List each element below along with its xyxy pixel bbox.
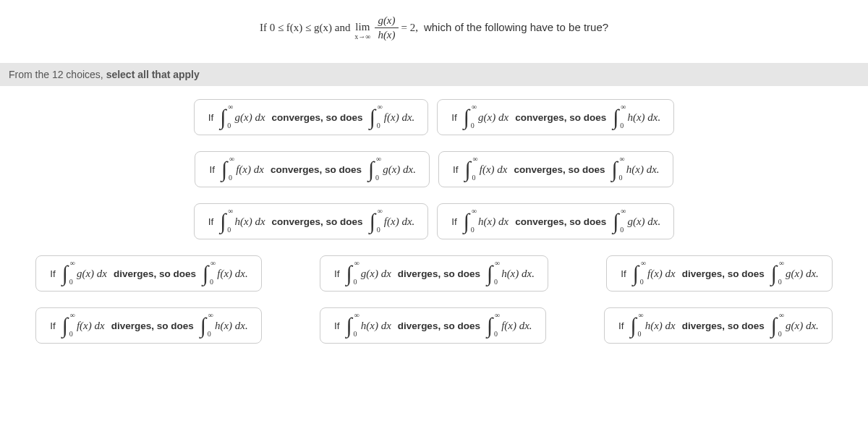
- integral-g: ∫∞0 g(x) dx.: [771, 265, 819, 282]
- integral-f: ∫∞0 f(x) dx.: [370, 109, 415, 126]
- integral-f: ∫∞0 f(x) dx: [62, 317, 105, 334]
- integral-g: ∫∞0 g(x) dx: [220, 109, 265, 126]
- integral-g: ∫∞0 g(x) dx: [62, 265, 107, 282]
- integral-g: ∫∞0 g(x) dx: [346, 265, 391, 282]
- lim-expr: lim x→∞: [354, 22, 370, 41]
- integral-f: ∫∞0 f(x) dx.: [370, 213, 415, 230]
- integral-g: ∫∞0 g(x) dx.: [368, 161, 416, 178]
- integral-h: ∫∞0 h(x) dx: [630, 317, 675, 334]
- row-4: If ∫∞0 g(x) dx diverges, so does ∫∞0 f(x…: [6, 255, 862, 292]
- question-suffix: which of the following have to be true?: [424, 21, 608, 33]
- integral-g: ∫∞0 g(x) dx.: [613, 213, 660, 230]
- integral-h: ∫∞0 h(x) dx.: [200, 317, 248, 334]
- choice-h-conv-g[interactable]: If ∫∞0 h(x) dx converges, so does ∫∞0 g(…: [437, 203, 674, 239]
- integral-f: ∫∞0 f(x) dx.: [487, 317, 532, 334]
- choice-h-div-g[interactable]: If ∫∞0 h(x) dx diverges, so does ∫∞0 g(x…: [604, 307, 833, 344]
- choice-g-conv-h[interactable]: If ∫∞0 g(x) dx converges, so does ∫∞0 h(…: [437, 99, 674, 135]
- integral-f: ∫∞0 f(x) dx: [633, 265, 676, 282]
- fraction: g(x) h(x): [375, 14, 398, 41]
- row-5: If ∫∞0 f(x) dx diverges, so does ∫∞0 h(x…: [6, 307, 862, 344]
- instruction-bar: From the 12 choices, select all that app…: [0, 63, 868, 86]
- row-3: If ∫∞0 h(x) dx converges, so does ∫∞0 f(…: [6, 203, 862, 239]
- integral-g: ∫∞0 g(x) dx: [464, 109, 509, 126]
- choice-g-div-h[interactable]: If ∫∞0 g(x) dx diverges, so does ∫∞0 h(x…: [320, 255, 548, 292]
- question-text: If 0 ≤ f(x) ≤ g(x) and lim x→∞ g(x) h(x)…: [0, 0, 868, 63]
- instruction-bold: select all that apply: [106, 69, 200, 80]
- question-prefix: If 0 ≤ f(x) ≤ g(x) and: [260, 22, 351, 34]
- choice-g-div-f[interactable]: If ∫∞0 g(x) dx diverges, so does ∫∞0 f(x…: [35, 255, 262, 292]
- integral-h: ∫∞0 h(x) dx: [220, 213, 265, 230]
- choice-h-conv-f[interactable]: If ∫∞0 h(x) dx converges, so does ∫∞0 f(…: [194, 203, 429, 239]
- integral-h: ∫∞0 h(x) dx.: [487, 265, 535, 282]
- integral-h: ∫∞0 h(x) dx.: [613, 109, 660, 126]
- integral-f: ∫∞0 f(x) dx: [465, 161, 508, 178]
- choices-area: If ∫∞0 g(x) dx converges, so does ∫∞0 f(…: [0, 86, 868, 373]
- row-2: If ∫∞0 f(x) dx converges, so does ∫∞0 g(…: [6, 151, 862, 187]
- choice-f-div-h[interactable]: If ∫∞0 f(x) dx diverges, so does ∫∞0 h(x…: [35, 307, 262, 344]
- integral-f: ∫∞0 f(x) dx.: [203, 265, 248, 282]
- integral-h: ∫∞0 h(x) dx: [346, 317, 391, 334]
- choice-f-conv-h[interactable]: If ∫∞0 f(x) dx converges, so does ∫∞0 h(…: [438, 151, 673, 187]
- choice-h-div-f[interactable]: If ∫∞0 h(x) dx diverges, so does ∫∞0 f(x…: [320, 307, 546, 344]
- integral-g: ∫∞0 g(x) dx.: [771, 317, 819, 334]
- row-1: If ∫∞0 g(x) dx converges, so does ∫∞0 f(…: [6, 99, 862, 135]
- integral-h: ∫∞0 h(x) dx.: [612, 161, 660, 178]
- integral-f: ∫∞0 f(x) dx: [221, 161, 264, 178]
- instruction-prefix: From the 12 choices,: [9, 69, 103, 80]
- choice-f-conv-g[interactable]: If ∫∞0 f(x) dx converges, so does ∫∞0 g(…: [195, 151, 430, 187]
- choice-g-conv-f[interactable]: If ∫∞0 g(x) dx converges, so does ∫∞0 f(…: [194, 99, 429, 135]
- integral-h: ∫∞0 h(x) dx: [464, 213, 509, 230]
- equals: = 2,: [401, 22, 418, 34]
- choice-f-div-g[interactable]: If ∫∞0 f(x) dx diverges, so does ∫∞0 g(x…: [606, 255, 833, 292]
